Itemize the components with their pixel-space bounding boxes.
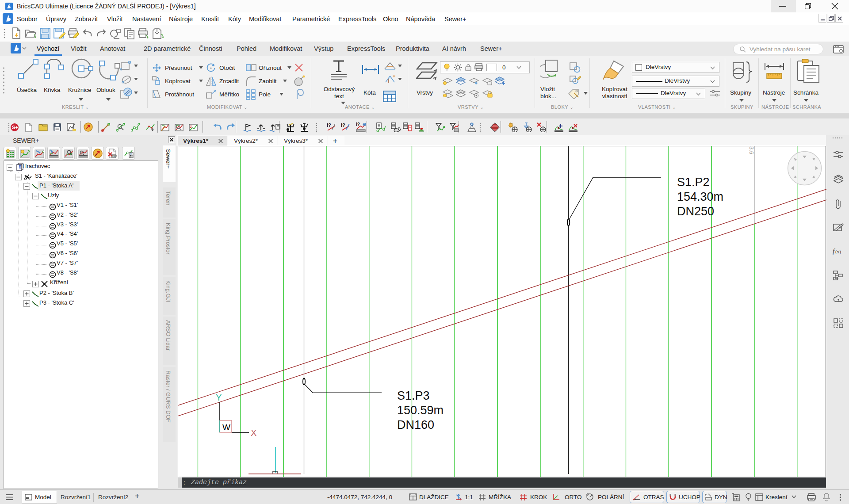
- svg-text:S+: S+: [12, 125, 18, 130]
- svg-text:3.6: 3.6: [748, 146, 755, 154]
- svg-text:T: T: [387, 77, 390, 84]
- svg-text:X: X: [251, 428, 256, 438]
- svg-text:S1.P2: S1.P2: [677, 176, 710, 189]
- svg-text:DN250: DN250: [677, 205, 714, 218]
- svg-text:S1.P3: S1.P3: [397, 389, 430, 402]
- svg-text:i?: i?: [341, 122, 345, 128]
- svg-text:DWG: DWG: [112, 155, 118, 157]
- svg-text:(x): (x): [835, 249, 841, 255]
- svg-text:i?: i?: [327, 122, 331, 128]
- svg-text:154.30m: 154.30m: [677, 190, 723, 203]
- svg-text:Y: Y: [216, 393, 222, 402]
- svg-text:DN160: DN160: [397, 418, 434, 431]
- svg-text:150.59m: 150.59m: [397, 404, 444, 417]
- svg-text:W: W: [222, 423, 230, 432]
- svg-text:i?: i?: [356, 122, 360, 127]
